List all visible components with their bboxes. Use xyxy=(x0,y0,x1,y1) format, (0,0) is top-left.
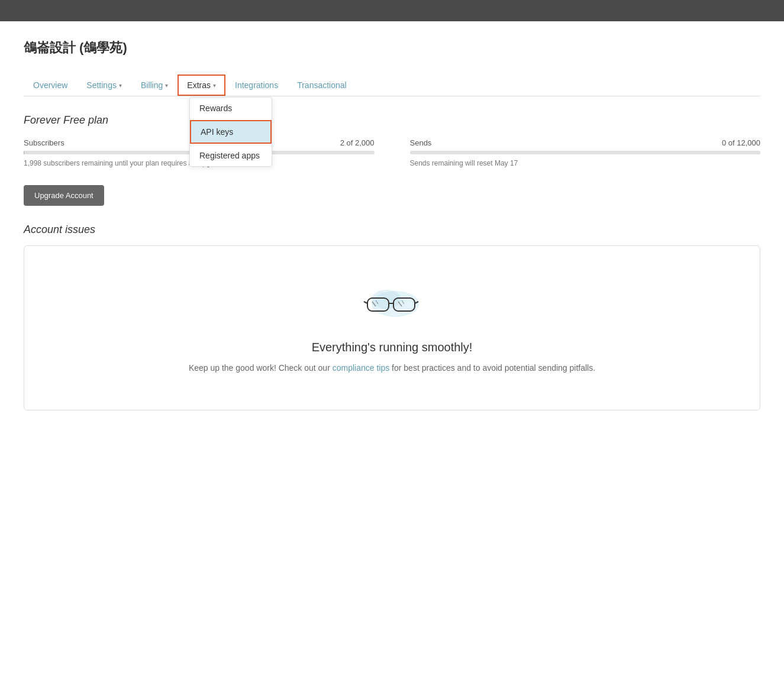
subscribers-label: Subscribers xyxy=(24,138,64,147)
upgrade-button[interactable]: Upgrade Account xyxy=(24,185,104,206)
nav-settings[interactable]: Settings ▾ xyxy=(77,75,131,96)
chevron-down-icon: ▾ xyxy=(165,82,168,89)
plan-title: Forever Free plan xyxy=(24,114,760,127)
account-issues-title: Account issues xyxy=(24,224,760,236)
nav-bar: Overview Settings ▾ Billing ▾ Extras ▾ I… xyxy=(24,75,760,96)
subscribers-count: 2 of 2,000 xyxy=(340,138,375,147)
sends-count: 0 of 12,000 xyxy=(722,138,760,147)
dropdown-rewards[interactable]: Rewards xyxy=(190,98,272,119)
sends-block: Sends 0 of 12,000 Sends remaining will r… xyxy=(410,138,761,167)
org-title: 鴿崙設計 (鴿學苑) xyxy=(24,39,760,57)
sends-label: Sends xyxy=(410,138,432,147)
subscribers-progress-fill xyxy=(24,151,24,154)
account-issues-section: Account issues xyxy=(24,224,760,410)
sends-progress-bg xyxy=(410,151,761,154)
issues-text: Keep up the good work! Check out our com… xyxy=(48,361,736,374)
nav-integrations[interactable]: Integrations xyxy=(225,75,288,96)
chevron-down-icon: ▾ xyxy=(119,82,122,89)
glasses-icon xyxy=(363,282,422,323)
compliance-tips-link[interactable]: compliance tips xyxy=(333,363,392,373)
stats-row: Subscribers 2 of 2,000 1,998 subscribers… xyxy=(24,138,760,167)
chevron-down-icon: ▾ xyxy=(213,82,216,89)
dropdown-registered-apps[interactable]: Registered apps xyxy=(190,145,272,166)
nav-transactional[interactable]: Transactional xyxy=(288,75,356,96)
extras-dropdown: Rewards API keys Registered apps xyxy=(189,97,272,167)
main-container: 鴿崙設計 (鴿學苑) Overview Settings ▾ Billing ▾… xyxy=(0,21,784,673)
dropdown-api-keys[interactable]: API keys xyxy=(190,120,272,144)
issues-heading: Everything's running smoothly! xyxy=(48,341,736,354)
nav-overview[interactable]: Overview xyxy=(24,75,77,96)
nav-billing[interactable]: Billing ▾ xyxy=(131,75,178,96)
sends-note: Sends remaining will reset May 17 xyxy=(410,159,761,167)
svg-line-5 xyxy=(364,302,367,303)
issues-card: Everything's running smoothly! Keep up t… xyxy=(24,245,760,410)
top-bar xyxy=(0,0,784,21)
nav-extras[interactable]: Extras ▾ xyxy=(178,75,225,96)
plan-section: Forever Free plan Subscribers 2 of 2,000… xyxy=(24,114,760,206)
